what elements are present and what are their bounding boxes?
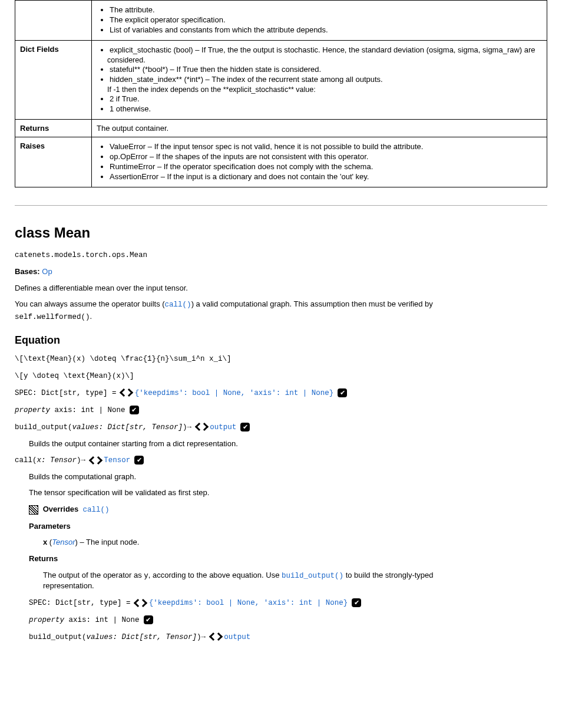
list-item: stateful** (*bool*) – If True then the h… bbox=[110, 65, 542, 75]
list-item: The explicit operator specification. bbox=[110, 15, 542, 25]
tensor-link[interactable]: Tensor bbox=[104, 455, 130, 464]
output-link[interactable]: output bbox=[210, 422, 236, 431]
code-icon bbox=[90, 456, 100, 465]
class-title: class Mean bbox=[15, 223, 547, 242]
bases-link[interactable]: Op bbox=[42, 267, 52, 276]
overrides-label: Overrides bbox=[43, 505, 79, 513]
check-icon: ✔ bbox=[352, 598, 361, 607]
row-content: The attribute. The explicit operator spe… bbox=[92, 1, 547, 41]
class-doc-line: You can always assume the operator built… bbox=[15, 299, 547, 310]
bases-line: Bases: Op bbox=[15, 266, 547, 277]
api-spec-inner: SPEC: Dict[str, type] = {'keepdims': boo… bbox=[29, 597, 547, 608]
parameters-heading: Parameters bbox=[29, 521, 547, 532]
build-output-link[interactable]: build_output() bbox=[282, 571, 343, 579]
build-output-doc: Builds the output container starting fro… bbox=[29, 439, 547, 449]
row-label: Returns bbox=[15, 119, 92, 137]
list-item: 2 if True. bbox=[110, 94, 542, 104]
api-call: call(x: Tensor)→ Tensor ✔ bbox=[15, 454, 547, 466]
list-item: RuntimeError – If the operator specifica… bbox=[110, 162, 542, 172]
returns-desc: The output of the operator as y, accordi… bbox=[43, 570, 547, 591]
bases-label: Bases: bbox=[15, 267, 40, 276]
check-icon: ✔ bbox=[338, 388, 347, 397]
qualified-name-code: catenets.models.torch.ops.Mean bbox=[15, 251, 147, 259]
api-build-output-inner: build_output(values: Dict[str, Tensor])→… bbox=[29, 631, 547, 643]
spec-link[interactable]: {'keepdims': bool | None, 'axis': int | … bbox=[149, 598, 348, 607]
list-item: AssertionError – If the input is a dicti… bbox=[110, 172, 542, 182]
api-build-output: build_output(values: Dict[str, Tensor])→… bbox=[15, 421, 547, 433]
code-icon bbox=[196, 423, 206, 431]
equation: \[\text{Mean}(x) \doteq \frac{1}{n}\sum_… bbox=[15, 353, 547, 364]
equation-heading: Equation bbox=[15, 333, 547, 347]
call-link[interactable]: call() bbox=[165, 299, 191, 308]
row-label: Raises bbox=[15, 137, 92, 187]
tensor-link[interactable]: Tensor bbox=[52, 538, 75, 546]
call-doc: Builds the computational graph. bbox=[29, 472, 547, 482]
check-icon: ✔ bbox=[134, 456, 144, 465]
returns-heading: Returns bbox=[29, 554, 547, 564]
api-spec: SPEC: Dict[str, type] = {'keepdims': boo… bbox=[15, 387, 547, 398]
table-row: Dict Fields explicit_stochastic (bool) –… bbox=[15, 40, 547, 119]
parameters-table: The attribute. The explicit operator spe… bbox=[15, 0, 547, 187]
check-icon: ✔ bbox=[144, 615, 153, 624]
code-icon bbox=[210, 633, 220, 641]
output-link[interactable]: output bbox=[224, 632, 250, 641]
check-icon: ✔ bbox=[130, 406, 139, 414]
param-x: x (Tensor) – The input node. bbox=[43, 537, 547, 548]
api-property-axis-inner: property axis: int | None ✔ bbox=[29, 614, 547, 625]
class-doc-line: self.wellformed(). bbox=[15, 311, 547, 322]
row-content: explicit_stochastic (bool) – If True, th… bbox=[92, 40, 547, 119]
api-property-axis: property axis: int | None ✔ bbox=[15, 404, 547, 416]
check-icon: ✔ bbox=[240, 423, 250, 431]
code-icon bbox=[135, 599, 144, 607]
row-label bbox=[15, 1, 92, 41]
row-content: ValueError – If the input tensor spec is… bbox=[92, 137, 547, 187]
class-doc-line: Defines a differentiable mean over the i… bbox=[15, 283, 547, 294]
table-row: The attribute. The explicit operator spe… bbox=[15, 1, 547, 41]
section-divider bbox=[15, 205, 547, 206]
list-item: ValueError – If the input tensor spec is… bbox=[110, 142, 542, 152]
table-row: Raises ValueError – If the input tensor … bbox=[15, 137, 547, 187]
equation: \[y \doteq \text{Mean}(x)\] bbox=[15, 370, 547, 381]
overrides-icon bbox=[29, 505, 38, 515]
qualified-name: catenets.models.torch.ops.Mean bbox=[15, 249, 547, 261]
row-label: Dict Fields bbox=[15, 40, 92, 119]
table-row: Returns The output container. bbox=[15, 119, 547, 137]
list-item: op.OpError – If the shapes of the inputs… bbox=[110, 152, 542, 162]
list-item-cont: If -1 then the index depends on the **ex… bbox=[107, 85, 542, 94]
call-doc: The tensor specification will be validat… bbox=[29, 487, 547, 498]
list-item: The attribute. bbox=[110, 5, 542, 15]
overrides-line: Overrides call() bbox=[29, 504, 547, 515]
list-item: 1 otherwise. bbox=[110, 104, 542, 114]
code-icon bbox=[121, 388, 130, 397]
list-item: List of variables and constants from whi… bbox=[110, 25, 542, 35]
list-item: explicit_stochastic (bool) – If True, th… bbox=[110, 45, 542, 55]
list-item: hidden_state_index** (*int*) – The index… bbox=[110, 75, 542, 85]
list-item-cont: considered. bbox=[107, 55, 542, 65]
spec-link[interactable]: {'keepdims': bool | None, 'axis': int | … bbox=[135, 388, 334, 397]
row-content: The output container. bbox=[92, 119, 547, 137]
overrides-target[interactable]: call() bbox=[83, 505, 110, 513]
